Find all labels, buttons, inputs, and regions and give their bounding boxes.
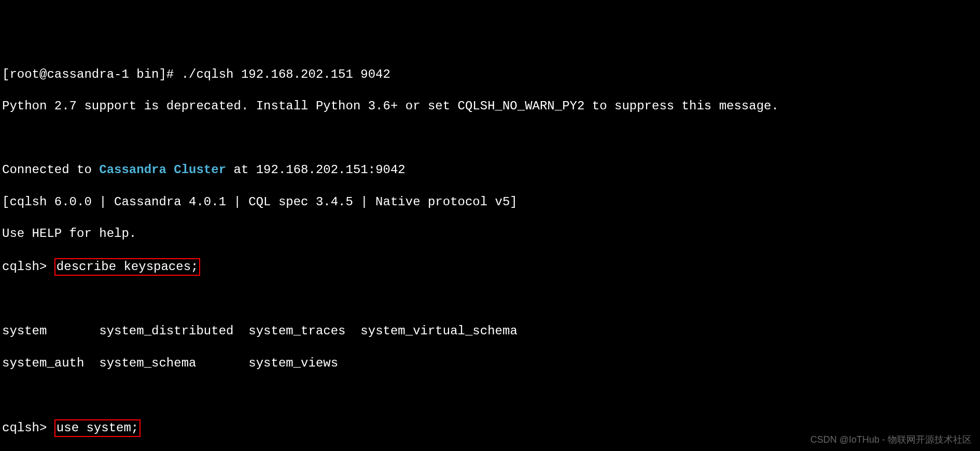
- highlighted-cmd-use-system: use system;: [54, 419, 141, 438]
- blank-line: [2, 292, 978, 308]
- help-line: Use HELP for help.: [2, 226, 978, 242]
- keyspace-cell: system_auth: [2, 356, 99, 370]
- blank-line: [2, 387, 978, 403]
- blank-line: [2, 131, 978, 147]
- keyspaces-row-2: system_auth system_schema system_views: [2, 356, 978, 372]
- keyspace-cell: system_views: [248, 356, 360, 370]
- connected-suffix: at 192.168.202.151:9042: [226, 163, 405, 177]
- keyspace-cell: system: [2, 324, 99, 338]
- connected-line: Connected to Cassandra Cluster at 192.16…: [2, 162, 978, 178]
- shell-prompt: [root@cassandra-1 bin]#: [2, 67, 181, 81]
- keyspace-cell: system_traces: [248, 324, 360, 338]
- keyspaces-row-1: system system_distributed system_traces …: [2, 323, 978, 340]
- python-warning: Python 2.7 support is deprecated. Instal…: [2, 98, 978, 115]
- cqlsh-prompt: cqlsh>: [2, 260, 54, 274]
- version-line: [cqlsh 6.0.0 | Cassandra 4.0.1 | CQL spe…: [2, 194, 978, 210]
- connected-prefix: Connected to: [2, 163, 99, 177]
- shell-line-1: [root@cassandra-1 bin]# ./cqlsh 192.168.…: [2, 67, 978, 83]
- cqlsh-line-describe-keyspaces: cqlsh> describe keyspaces;: [2, 258, 978, 276]
- highlighted-cmd-describe-keyspaces: describe keyspaces;: [54, 258, 201, 276]
- shell-command: ./cqlsh 192.168.202.151 9042: [181, 67, 390, 81]
- keyspace-cell: system_distributed: [99, 324, 248, 338]
- watermark: CSDN @IoTHub - 物联网开源技术社区: [810, 434, 972, 446]
- cqlsh-prompt: cqlsh>: [2, 421, 54, 435]
- cluster-name: Cassandra Cluster: [99, 163, 226, 177]
- keyspace-cell: system_schema: [99, 356, 248, 370]
- keyspace-cell: system_virtual_schema: [360, 324, 517, 338]
